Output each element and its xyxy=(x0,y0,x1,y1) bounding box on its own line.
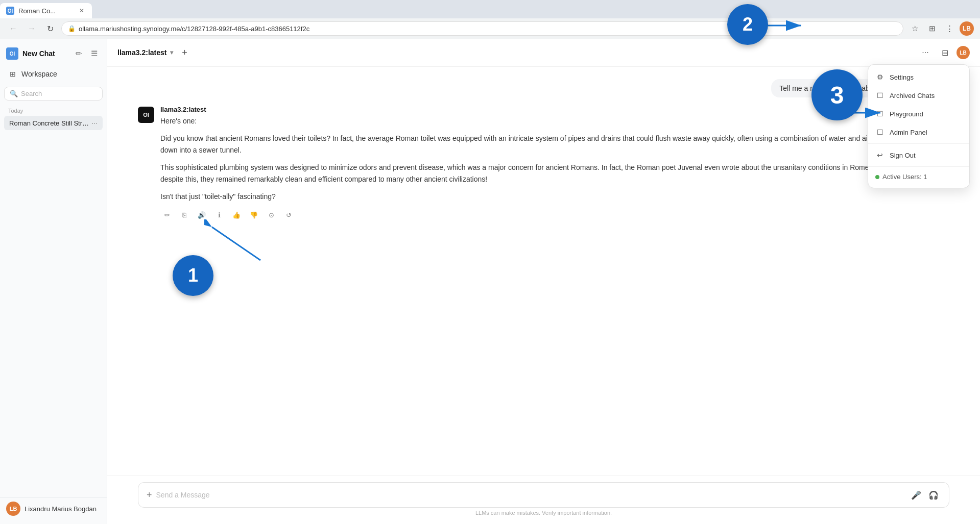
playground-label: Playground xyxy=(890,110,923,118)
chat-item-title: Roman Concrete Still Strong xyxy=(9,119,91,127)
copy-message-btn[interactable]: ⎘ xyxy=(178,208,191,221)
chat-item-roman[interactable]: Roman Concrete Still Strong ··· xyxy=(4,116,103,130)
main-content: llama3.2:latest ▾ + ··· ⊟ LB Tell me a r… xyxy=(107,39,980,524)
back-button[interactable]: ← xyxy=(6,21,20,36)
sidebar-top: OI New Chat ✏ ☰ xyxy=(0,43,107,64)
regenerate-btn[interactable]: ↺ xyxy=(282,208,295,221)
more-options-btn[interactable]: ··· xyxy=(918,45,933,60)
admin-icon: ☐ xyxy=(875,128,885,137)
headphone-btn[interactable]: 🎧 xyxy=(926,488,941,502)
extension-btn[interactable]: ⊞ xyxy=(925,21,939,36)
active-dot xyxy=(875,175,879,179)
edit-message-btn[interactable]: ✏ xyxy=(160,208,174,221)
annotation-1: 1 xyxy=(173,255,213,296)
new-chat-label[interactable]: New Chat xyxy=(22,49,55,58)
signout-menu-item[interactable]: ↩ Sign Out xyxy=(868,146,969,164)
model-selector[interactable]: llama3.2:latest ▾ xyxy=(117,48,173,57)
browser-tab[interactable]: OI Roman Co... ✕ xyxy=(0,3,92,18)
settings-menu-item[interactable]: ⚙ Settings xyxy=(868,68,969,86)
chat-body: Tell me a random fun fact about the Roma… xyxy=(107,67,980,476)
svg-line-3 xyxy=(212,227,260,260)
reload-button[interactable]: ↻ xyxy=(43,21,57,36)
tab-title: Roman Co... xyxy=(18,7,56,15)
sidebar-nav: ⊞ Workspace xyxy=(0,64,107,85)
workspace-icon: ⊞ xyxy=(8,69,17,79)
assistant-para1: Did you know that ancient Romans loved t… xyxy=(160,133,949,156)
admin-panel-menu-item[interactable]: ☐ Admin Panel xyxy=(868,123,969,141)
model-name: llama3.2:latest xyxy=(117,48,167,57)
archived-label: Archived Chats xyxy=(890,92,935,99)
browser-chrome: OI Roman Co... ✕ ← → ↻ 🔒 ollama.mariusho… xyxy=(0,0,980,39)
forward-button[interactable]: → xyxy=(25,21,39,36)
input-actions: 🎤 🎧 xyxy=(909,488,941,502)
sidebar-search-area: 🔍 xyxy=(0,85,107,103)
dropdown-menu: ⚙ Settings ☐ Archived Chats ☐ Playground… xyxy=(868,64,970,188)
annotation-2: 2 xyxy=(727,4,768,45)
menu-btn[interactable]: ⋮ xyxy=(942,21,957,36)
message-actions: ✏ ⎘ 🔊 ℹ 👍 👎 ⊙ ↺ xyxy=(160,208,949,221)
settings-label: Settings xyxy=(890,73,914,81)
signout-icon: ↩ xyxy=(875,151,885,160)
sidebar: OI New Chat ✏ ☰ ⊞ Workspace 🔍 Today Roma… xyxy=(0,39,107,524)
microphone-btn[interactable]: 🎤 xyxy=(909,488,923,502)
sidebar-user-area[interactable]: LB Lixandru Marius Bogdan xyxy=(0,497,107,520)
tab-close-btn[interactable]: ✕ xyxy=(78,7,86,15)
header-actions: ··· ⊟ LB xyxy=(918,45,970,60)
arrow-1-svg xyxy=(204,219,266,265)
search-icon: 🔍 xyxy=(10,90,18,97)
assistant-para3: Isn't that just "toilet-ally" fascinatin… xyxy=(160,191,949,202)
settings-icon: ⚙ xyxy=(875,72,885,82)
sidebar-action-icons: ✏ ☰ xyxy=(72,47,101,60)
menu-divider-2 xyxy=(868,166,969,167)
chat-header: llama3.2:latest ▾ + ··· ⊟ LB xyxy=(107,39,980,67)
chat-input-box: + 🎤 🎧 xyxy=(138,482,949,508)
add-chat-btn[interactable]: + xyxy=(177,45,193,60)
attachment-icon-btn[interactable]: + xyxy=(147,490,152,501)
user-name: Lixandru Marius Bogdan xyxy=(25,505,97,513)
user-avatar: LB xyxy=(6,502,20,516)
chat-input-area: + 🎤 🎧 LLMs can make mistakes. Verify imp… xyxy=(107,476,980,524)
address-text: ollama.mariushosting.synology.me/c/12827… xyxy=(79,25,309,33)
disclaimer-text: LLMs can make mistakes. Verify important… xyxy=(138,508,949,520)
assistant-avatar: OI xyxy=(138,107,154,123)
active-users-indicator: Active Users: 1 xyxy=(868,169,969,185)
header-user-avatar[interactable]: LB xyxy=(957,46,970,59)
profile-avatar-btn[interactable]: LB xyxy=(960,21,974,36)
archive-icon: ☐ xyxy=(875,91,885,100)
model-dropdown-arrow: ▾ xyxy=(170,49,173,56)
tab-bar: OI Roman Co... ✕ xyxy=(0,0,980,18)
edit-icon-btn[interactable]: ✏ xyxy=(72,47,85,60)
sidebar-logo: OI New Chat xyxy=(6,47,55,60)
bookmark-star-btn[interactable]: ☆ xyxy=(907,21,922,36)
today-section-label: Today xyxy=(0,105,107,116)
workspace-label: Workspace xyxy=(21,70,57,78)
logo-icon: OI xyxy=(6,47,18,60)
search-input-wrap: 🔍 xyxy=(4,87,103,101)
browser-toolbar: ← → ↻ 🔒 ollama.mariushosting.synology.me… xyxy=(0,18,980,39)
search-input[interactable] xyxy=(21,90,97,97)
continue-btn[interactable]: ⊙ xyxy=(265,208,278,221)
sidebar-item-workspace[interactable]: ⊞ Workspace xyxy=(4,66,103,82)
menu-list-icon-btn[interactable]: ☰ xyxy=(87,47,101,60)
toolbar-right: ☆ ⊞ ⋮ LB xyxy=(907,21,974,36)
chat-item-more-btn[interactable]: ··· xyxy=(91,119,98,127)
assistant-para2: This sophisticated plumbing system was d… xyxy=(160,162,949,185)
admin-label: Admin Panel xyxy=(890,129,927,136)
menu-divider xyxy=(868,143,969,144)
assistant-text: Here's one: Did you know that ancient Ro… xyxy=(160,115,949,202)
assistant-content: llama3.2:latest Here's one: Did you know… xyxy=(160,106,949,221)
app-container: OI New Chat ✏ ☰ ⊞ Workspace 🔍 Today Roma… xyxy=(0,39,980,524)
columns-icon-btn[interactable]: ⊟ xyxy=(937,45,952,60)
message-input[interactable] xyxy=(156,491,905,499)
annotation-3: 3 xyxy=(811,69,863,120)
tab-favicon: OI xyxy=(6,7,14,15)
active-users-label: Active Users: 1 xyxy=(882,173,927,181)
signout-label: Sign Out xyxy=(890,152,916,159)
lock-icon: 🔒 xyxy=(68,25,76,32)
